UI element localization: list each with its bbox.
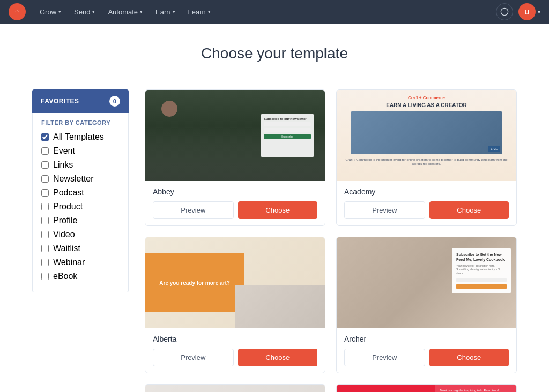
template-name-academy: Academy	[344, 187, 509, 196]
filter-product-label: Product	[53, 202, 83, 212]
filter-ebook[interactable]: eBook	[41, 272, 120, 281]
thumb-archer-card: Subscribe to Get the New Feed Me, Lovely…	[452, 248, 511, 293]
filter-all-templates-label: All Templates	[53, 132, 104, 142]
page-header: Choose your template	[0, 24, 549, 73]
template-thumb-alberta: Are you ready for more art?	[145, 237, 325, 328]
thumb-orange-block: Are you ready for more art?	[145, 253, 244, 312]
notification-button[interactable]	[496, 3, 513, 20]
chevron-down-icon: ▾	[538, 9, 540, 15]
template-card-alberta: Are you ready for more art? Alberta Prev…	[145, 237, 325, 373]
favorites-label: FAVORITES	[41, 97, 79, 105]
template-thumb-partial2: EXERCISE &EMPOWERMENT Meet our regular i…	[337, 385, 516, 392]
filter-podcast-label: Podcast	[53, 188, 84, 198]
template-actions-archer: Preview Choose	[344, 349, 509, 366]
templates-grid: Subscribe to our Newsletter Subscribe Ab…	[145, 89, 517, 392]
filter-all-templates-checkbox[interactable]	[41, 133, 49, 141]
filter-ebook-checkbox[interactable]	[41, 273, 49, 280]
filter-video[interactable]: Video	[41, 230, 120, 239]
filter-waitlist[interactable]: Waitlist	[41, 244, 120, 253]
filter-webinar[interactable]: Webinar	[41, 258, 120, 267]
filter-podcast[interactable]: Podcast	[41, 188, 120, 198]
favorites-count: 0	[109, 96, 120, 107]
chevron-down-icon: ▾	[173, 9, 175, 14]
preview-button-alberta[interactable]: Preview	[153, 349, 234, 366]
nav-send[interactable]: Send ▾	[69, 5, 100, 19]
filter-links[interactable]: Links	[41, 160, 120, 170]
chevron-down-icon: ▾	[140, 9, 143, 14]
template-info-academy: Academy Preview Choose	[337, 181, 516, 225]
content-area: FAVORITES 0 FILTER BY CATEGORY All Templ…	[0, 73, 549, 392]
filter-video-checkbox[interactable]	[41, 231, 49, 238]
template-info-alberta: Alberta Preview Choose	[145, 328, 325, 373]
thumb-card: Subscribe to our Newsletter Subscribe	[261, 114, 314, 157]
favorites-section[interactable]: FAVORITES 0	[32, 89, 129, 113]
chevron-down-icon: ▾	[58, 9, 61, 14]
avatar: U	[518, 3, 536, 20]
chevron-down-icon: ▾	[208, 9, 211, 14]
template-card-abbey: Subscribe to our Newsletter Subscribe Ab…	[145, 89, 325, 226]
template-name-archer: Archer	[344, 335, 509, 343]
filter-ebook-label: eBook	[53, 272, 77, 281]
filter-waitlist-checkbox[interactable]	[41, 245, 49, 252]
choose-button-archer[interactable]: Choose	[429, 349, 509, 366]
filter-all-templates[interactable]: All Templates	[41, 132, 120, 142]
template-thumb-academy: Craft + Commerce EARN A LIVING AS A CREA…	[337, 90, 516, 181]
sidebar: FAVORITES 0 FILTER BY CATEGORY All Templ…	[32, 89, 129, 392]
choose-button-abbey[interactable]: Choose	[238, 201, 318, 219]
user-avatar-menu[interactable]: U ▾	[515, 3, 540, 20]
filter-section: FILTER BY CATEGORY All Templates Event L…	[32, 113, 129, 292]
filter-podcast-checkbox[interactable]	[41, 189, 49, 197]
preview-button-abbey[interactable]: Preview	[153, 201, 234, 219]
template-info-archer: Archer Preview Choose	[337, 328, 516, 373]
filter-profile-label: Profile	[53, 216, 77, 225]
template-name-abbey: Abbey	[153, 187, 317, 196]
nav-bar: Grow ▾ Send ▾ Automate ▾ Earn ▾ Learn ▾ …	[0, 0, 549, 24]
svg-point-1	[501, 8, 508, 15]
template-name-alberta: Alberta	[153, 335, 317, 343]
filter-newsletter-checkbox[interactable]	[41, 175, 49, 183]
template-thumb-abbey: Subscribe to our Newsletter Subscribe	[145, 90, 325, 181]
nav-automate[interactable]: Automate ▾	[102, 5, 148, 19]
filter-video-label: Video	[53, 230, 75, 239]
filter-links-checkbox[interactable]	[41, 161, 49, 169]
nav-learn[interactable]: Learn ▾	[183, 5, 216, 19]
filter-waitlist-label: Waitlist	[53, 244, 80, 253]
filter-newsletter-label: Newsletter	[53, 174, 94, 184]
template-thumb-archer: Subscribe to Get the New Feed Me, Lovely…	[337, 237, 516, 328]
filter-newsletter[interactable]: Newsletter	[41, 174, 120, 184]
template-info-abbey: Abbey Preview Choose	[145, 181, 325, 225]
template-card-partial1	[145, 384, 325, 392]
template-thumb-partial1	[145, 385, 325, 392]
chevron-down-icon: ▾	[92, 9, 95, 14]
filter-profile-checkbox[interactable]	[41, 217, 49, 224]
filter-product[interactable]: Product	[41, 202, 120, 212]
filter-event-checkbox[interactable]	[41, 147, 49, 155]
choose-button-alberta[interactable]: Choose	[238, 349, 318, 366]
filter-event-label: Event	[53, 146, 75, 156]
templates-area: Subscribe to our Newsletter Subscribe Ab…	[145, 89, 517, 392]
logo[interactable]	[9, 3, 26, 20]
nav-grow[interactable]: Grow ▾	[34, 5, 66, 19]
svg-point-0	[13, 8, 21, 16]
template-actions-academy: Preview Choose	[344, 201, 509, 219]
template-card-partial2: EXERCISE &EMPOWERMENT Meet our regular i…	[336, 384, 517, 392]
filter-product-checkbox[interactable]	[41, 203, 49, 210]
choose-button-academy[interactable]: Choose	[429, 201, 509, 219]
page-content: Choose your template FAVORITES 0 FILTER …	[0, 24, 549, 392]
template-card-academy: Craft + Commerce EARN A LIVING AS A CREA…	[336, 89, 517, 226]
filter-label: FILTER BY CATEGORY	[41, 119, 120, 126]
template-actions-alberta: Preview Choose	[153, 349, 317, 366]
nav-earn[interactable]: Earn ▾	[150, 5, 180, 19]
preview-button-archer[interactable]: Preview	[344, 349, 425, 366]
filter-profile[interactable]: Profile	[41, 216, 120, 225]
template-actions-abbey: Preview Choose	[153, 201, 317, 219]
page-title: Choose your template	[11, 45, 538, 62]
template-card-archer: Subscribe to Get the New Feed Me, Lovely…	[336, 237, 517, 373]
filter-event[interactable]: Event	[41, 146, 120, 156]
preview-button-academy[interactable]: Preview	[344, 201, 425, 219]
thumb-avatar	[161, 101, 177, 117]
filter-webinar-label: Webinar	[53, 258, 85, 267]
filter-links-label: Links	[53, 160, 73, 170]
filter-webinar-checkbox[interactable]	[41, 259, 49, 266]
